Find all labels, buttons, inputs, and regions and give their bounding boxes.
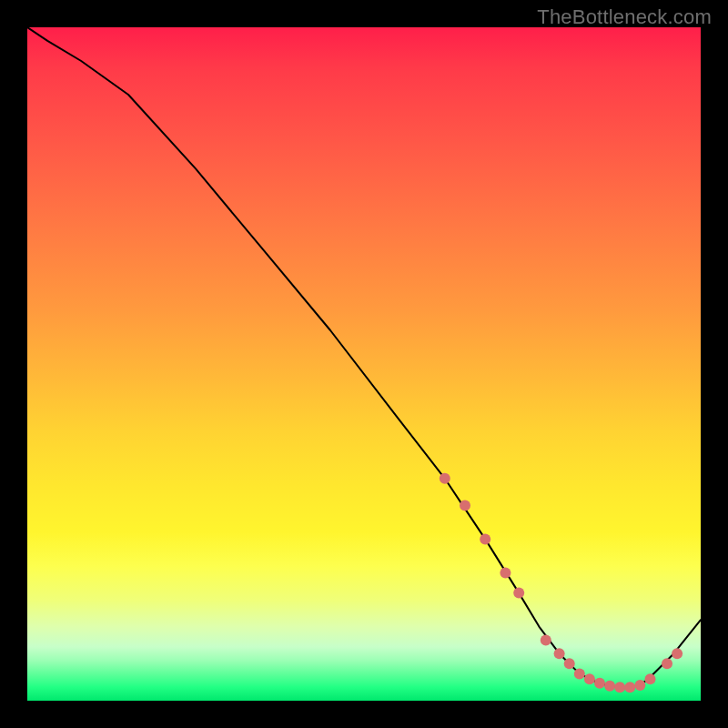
marker-point [584,673,595,684]
watermark-text: TheBottleneck.com [537,5,712,29]
marker-point [662,658,672,669]
marker-point [672,648,682,659]
marker-point [614,682,625,693]
chart-svg [27,27,701,701]
marker-point [541,634,551,645]
marker-point [564,658,575,669]
marker-point [604,681,615,692]
chart-markers [440,473,682,693]
marker-point [460,500,470,511]
marker-point [480,533,490,544]
marker-point [634,680,645,691]
marker-point [594,678,605,689]
marker-point [500,567,511,578]
marker-point [574,668,585,679]
marker-point [440,473,450,484]
marker-point [624,682,635,693]
chart-frame: TheBottleneck.com [0,0,728,728]
marker-point [554,648,565,659]
marker-point [513,588,524,599]
plot-background [27,27,701,701]
chart-curve [27,27,701,687]
marker-point [645,673,656,684]
